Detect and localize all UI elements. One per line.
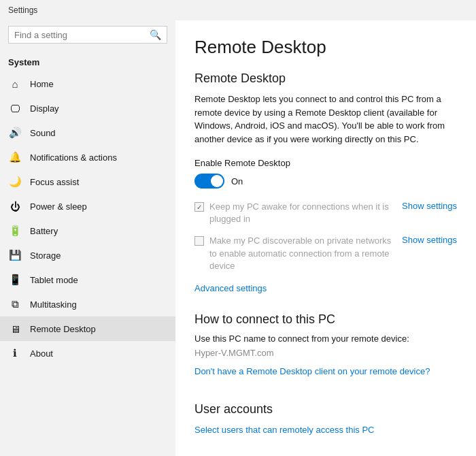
power-sleep-icon: ⏻ <box>8 199 22 213</box>
battery-icon: 🔋 <box>8 224 22 238</box>
sidebar-item-tablet-mode[interactable]: 📱Tablet mode <box>0 267 175 292</box>
client-link[interactable]: Don't have a Remote Desktop client on yo… <box>194 366 430 376</box>
sidebar-label-multitasking: Multitasking <box>30 299 77 310</box>
select-users-link[interactable]: Select users that can remotely access th… <box>194 425 374 435</box>
checkbox-2[interactable] <box>194 236 204 246</box>
sidebar-items-container: ⌂Home🖵Display🔊Sound🔔Notifications & acti… <box>0 71 175 365</box>
storage-icon: 💾 <box>8 248 22 262</box>
sidebar-item-remote-desktop[interactable]: 🖥Remote Desktop <box>0 316 175 341</box>
sidebar-label-sound: Sound <box>30 128 56 138</box>
sidebar-label-battery: Battery <box>30 226 58 236</box>
section-title-user-accounts: User accounts <box>194 402 457 417</box>
notifications-icon: 🔔 <box>8 150 22 164</box>
multitasking-icon: ⧉ <box>8 297 22 311</box>
page-title: Remote Desktop <box>194 37 457 58</box>
search-icon: 🔍 <box>150 29 161 40</box>
show-settings-link-2[interactable]: Show settings <box>402 235 457 245</box>
sidebar-label-home: Home <box>30 79 54 89</box>
sidebar-item-about[interactable]: ℹAbout <box>0 341 175 365</box>
sidebar-item-sound[interactable]: 🔊Sound <box>0 120 175 145</box>
show-settings-link-1[interactable]: Show settings <box>402 201 457 211</box>
sidebar-item-battery[interactable]: 🔋Battery <box>0 218 175 243</box>
sidebar-label-remote-desktop: Remote Desktop <box>30 324 96 334</box>
enable-label: Enable Remote Desktop <box>194 158 457 168</box>
sidebar-label-power-sleep: Power & sleep <box>30 201 87 212</box>
sidebar-label-notifications: Notifications & actions <box>30 152 117 163</box>
sidebar-section-label: System <box>0 53 175 71</box>
option-2-label: Make my PC discoverable on private netwo… <box>209 235 398 272</box>
sidebar-item-storage[interactable]: 💾Storage <box>0 243 175 267</box>
sidebar-label-focus-assist: Focus assist <box>30 177 79 187</box>
toggle-label: On <box>231 176 243 186</box>
sidebar-label-tablet-mode: Tablet mode <box>30 275 78 285</box>
sidebar-item-focus-assist[interactable]: 🌙Focus assist <box>0 169 175 194</box>
about-icon: ℹ <box>8 346 22 360</box>
section-title-remote-desktop: Remote Desktop <box>194 71 457 86</box>
home-icon: ⌂ <box>8 77 22 91</box>
sidebar-item-multitasking[interactable]: ⧉Multitasking <box>0 292 175 316</box>
sidebar-label-about: About <box>30 348 53 359</box>
search-box[interactable]: 🔍 <box>8 26 167 44</box>
display-icon: 🖵 <box>8 101 22 115</box>
sidebar-item-home[interactable]: ⌂Home <box>0 71 175 96</box>
focus-assist-icon: 🌙 <box>8 175 22 189</box>
sidebar-label-storage: Storage <box>30 250 61 261</box>
advanced-settings-link[interactable]: Advanced settings <box>194 283 267 293</box>
remote-desktop-icon: 🖥 <box>8 322 22 336</box>
connect-description: Use this PC name to connect from your re… <box>194 333 457 344</box>
sidebar-item-notifications[interactable]: 🔔Notifications & actions <box>0 145 175 169</box>
pc-name: Hyper-V.MGMT.com <box>194 348 457 358</box>
title-bar: Settings <box>0 0 476 20</box>
tablet-mode-icon: 📱 <box>8 273 22 287</box>
sound-icon: 🔊 <box>8 126 22 140</box>
checkbox-1[interactable]: ✓ <box>194 202 204 212</box>
checkbox-1-check: ✓ <box>197 203 202 211</box>
option-row-1: ✓ Keep my PC awake for connections when … <box>194 201 457 225</box>
content-area: Remote Desktop Remote Desktop Remote Des… <box>175 20 476 456</box>
toggle-row: On <box>194 174 457 189</box>
remote-desktop-description: Remote Desktop lets you connect to and c… <box>194 93 457 146</box>
title-bar-label: Settings <box>8 5 37 15</box>
search-input[interactable] <box>14 30 150 40</box>
section-title-how-to-connect: How to connect to this PC <box>194 312 457 327</box>
sidebar: 🔍 System ⌂Home🖵Display🔊Sound🔔Notificatio… <box>0 20 175 456</box>
sidebar-item-display[interactable]: 🖵Display <box>0 96 175 120</box>
enable-remote-desktop-toggle[interactable] <box>194 174 224 189</box>
option-row-2: Make my PC discoverable on private netwo… <box>194 235 457 272</box>
option-1-label: Keep my PC awake for connections when it… <box>209 201 398 225</box>
sidebar-item-power-sleep[interactable]: ⏻Power & sleep <box>0 194 175 218</box>
sidebar-label-display: Display <box>30 103 59 114</box>
